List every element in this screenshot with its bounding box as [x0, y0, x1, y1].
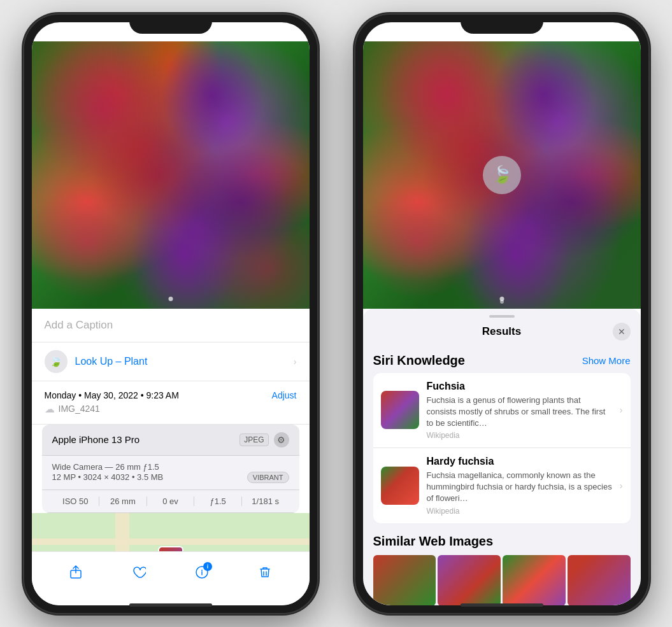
result-item-fuchsia[interactable]: Fuchsia Fuchsia is a genus of flowering …: [373, 373, 631, 449]
similar-image-4[interactable]: [568, 555, 631, 605]
result-item-hardy-fuchsia[interactable]: Hardy fuchsia Fuchsia magellanica, commo…: [373, 448, 631, 523]
exif-focal: 26 mm: [99, 497, 147, 506]
favorite-button[interactable]: [126, 560, 152, 585]
similar-image-1[interactable]: [373, 555, 436, 605]
hardy-fuchsia-description: Fuchsia magellanica, commonly known as t…: [427, 470, 612, 505]
exif-shutter: 1/181 s: [242, 497, 289, 506]
home-bar-1: [129, 603, 212, 607]
similar-image-3[interactable]: [503, 555, 566, 605]
fuchsia-description: Fuchsia is a genus of flowering plants t…: [427, 395, 612, 430]
hardy-fuchsia-text: Hardy fuchsia Fuchsia magellanica, commo…: [427, 456, 612, 516]
lookup-chevron-icon: ›: [294, 356, 297, 367]
flower-photo: [32, 41, 310, 309]
hardy-fuchsia-thumbnail: [381, 467, 419, 505]
siri-visual-search-badge: 🍃: [483, 156, 521, 194]
gear-icon[interactable]: ⚙: [274, 432, 289, 447]
format-badge: JPEG: [239, 433, 268, 446]
notch-2: [461, 15, 543, 34]
adjust-button[interactable]: Adjust: [272, 390, 297, 400]
phone-2: 🍃 Results ✕: [355, 15, 648, 613]
info-button[interactable]: i: [189, 560, 215, 585]
caption-input[interactable]: Add a Caption: [32, 309, 310, 342]
siri-knowledge-title: Siri Knowledge: [373, 353, 465, 368]
siri-knowledge-header: Siri Knowledge Show More: [373, 346, 631, 373]
camera-section: Apple iPhone 13 Pro JPEG ⚙ Wide Camera —…: [32, 425, 310, 513]
show-more-button[interactable]: Show More: [582, 355, 631, 366]
cloud-icon: ☁: [45, 403, 55, 415]
camera-info-card: Apple iPhone 13 Pro JPEG ⚙ Wide Camera —…: [42, 425, 299, 513]
phone-1-screen: Add a Caption 🍃 Look Up – Plant ›: [32, 22, 310, 605]
knowledge-results-card: Fuchsia Fuchsia is a genus of flowering …: [373, 373, 631, 523]
petal-overlay: [32, 41, 310, 309]
share-button[interactable]: [63, 560, 89, 585]
resolution-info: 12 MP • 3024 × 4032 • 3.5 MB: [52, 472, 164, 482]
exif-aperture: ƒ1.5: [194, 497, 242, 506]
fuchsia-name: Fuchsia: [427, 381, 612, 392]
lookup-row[interactable]: 🍃 Look Up – Plant ›: [32, 342, 310, 381]
phones-container: Add a Caption 🍃 Look Up – Plant ›: [11, 2, 661, 626]
similar-images-row: [373, 555, 631, 605]
hardy-fuchsia-source: Wikipedia: [427, 507, 612, 516]
phone2-photo-area: 🍃: [363, 41, 641, 309]
similar-images-title: Similar Web Images: [373, 524, 631, 555]
results-header: Results ✕: [363, 318, 641, 346]
vibrant-badge: VIBRANT: [247, 472, 289, 483]
date-row: Monday • May 30, 2022 • 9:23 AM Adjust: [45, 390, 297, 400]
camera-lens-detail: Wide Camera — 26 mm ƒ1.5 12 MP • 3024 × …: [42, 456, 299, 490]
lookup-icon-circle: 🍃: [45, 350, 68, 373]
fuchsia-text: Fuchsia Fuchsia is a genus of flowering …: [427, 381, 612, 440]
hardy-fuchsia-name: Hardy fuchsia: [427, 456, 612, 467]
results-close-button[interactable]: ✕: [613, 323, 631, 341]
camera-badges: JPEG ⚙: [239, 432, 289, 447]
photo-date: Monday • May 30, 2022 • 9:23 AM: [45, 390, 179, 400]
phone-2-screen: 🍃 Results ✕: [363, 22, 641, 605]
resolution-row: 12 MP • 3024 × 4032 • 3.5 MB VIBRANT: [52, 472, 289, 483]
photo-metadata: Monday • May 30, 2022 • 9:23 AM Adjust ☁…: [32, 381, 310, 425]
photo-toolbar: i: [32, 551, 310, 590]
photo-area[interactable]: [32, 41, 310, 309]
hardy-fuchsia-chevron-icon: ›: [620, 481, 623, 491]
exif-iso: ISO 50: [52, 497, 100, 506]
fuchsia-source: Wikipedia: [427, 431, 612, 440]
fuchsia-chevron-icon: ›: [620, 405, 623, 415]
home-bar-2: [461, 603, 543, 607]
leaf-icon: 🍃: [50, 355, 62, 367]
notch-1: [129, 15, 212, 34]
siri-leaf-icon: 🍃: [492, 165, 512, 185]
lens-info: Wide Camera — 26 mm ƒ1.5: [52, 462, 289, 472]
page-indicator-2: [499, 297, 504, 301]
results-title: Results: [482, 325, 521, 338]
results-sheet: Results ✕ Siri Knowledge Show More: [363, 309, 641, 605]
info-badge: i: [203, 562, 212, 571]
fuchsia-thumbnail: [381, 391, 419, 429]
page-indicator: [168, 297, 173, 301]
phone-1: Add a Caption 🍃 Look Up – Plant ›: [24, 15, 317, 613]
camera-model: Apple iPhone 13 Pro: [52, 434, 140, 445]
phone-1-content: Add a Caption 🍃 Look Up – Plant ›: [32, 22, 310, 605]
delete-button[interactable]: [252, 560, 278, 585]
exif-row: ISO 50 26 mm 0 ev ƒ1.5 1/181 s: [42, 490, 299, 513]
filename-row: ☁ IMG_4241: [45, 403, 297, 415]
exif-exposure: 0 ev: [147, 497, 195, 506]
filename: IMG_4241: [59, 404, 100, 414]
similar-image-2[interactable]: [438, 555, 501, 605]
results-content[interactable]: Siri Knowledge Show More Fuchsia Fuchsia…: [363, 346, 641, 605]
lookup-label: Look Up – Plant: [75, 356, 148, 367]
camera-header: Apple iPhone 13 Pro JPEG ⚙: [42, 425, 299, 456]
phone-2-content: 🍃 Results ✕: [363, 22, 641, 605]
